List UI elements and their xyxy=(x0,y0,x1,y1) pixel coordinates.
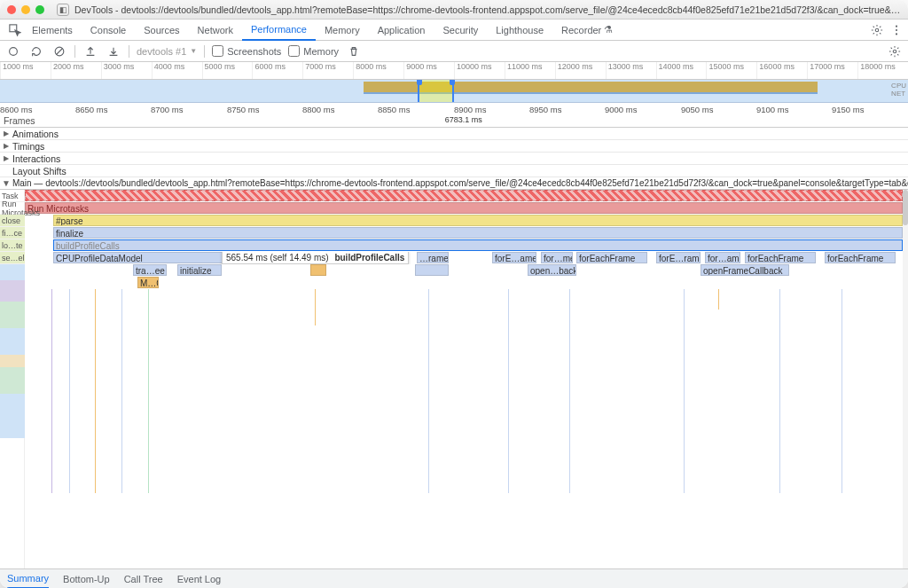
reload-record-button[interactable] xyxy=(28,43,44,59)
flame-block-orange[interactable] xyxy=(310,264,326,276)
tab-sources[interactable]: Sources xyxy=(135,20,188,41)
load-profile-button[interactable] xyxy=(82,43,98,59)
svg-point-4 xyxy=(896,33,897,35)
flame-block[interactable]: openFrameCallback xyxy=(701,264,789,276)
svg-point-5 xyxy=(10,47,18,55)
flame-parse[interactable]: #parse xyxy=(53,215,903,226)
tab-lighthouse[interactable]: Lighthouse xyxy=(487,20,552,41)
tab-recorder[interactable]: Recorder ⚗ xyxy=(552,20,622,41)
ruler-tick: 11000 ms xyxy=(505,62,555,79)
tooltip-function: buildProfileCalls xyxy=(334,253,404,263)
tab-memory[interactable]: Memory xyxy=(316,20,369,41)
flame-block[interactable]: open…back xyxy=(528,264,576,276)
tracks-section: ▶Animations ▶Timings ▶Interactions Layou… xyxy=(0,128,908,177)
ruler-tick: 7000 ms xyxy=(302,62,353,79)
record-button[interactable] xyxy=(5,43,21,59)
main-thread-header[interactable]: ▼ Main — devtools://devtools/bundled/dev… xyxy=(0,177,908,190)
panel-tabbar: Elements Console Sources Network Perform… xyxy=(0,20,908,41)
performance-toolbar: devtools #1 ▼ Screenshots Memory xyxy=(0,41,908,62)
selection-handle-left[interactable] xyxy=(417,80,422,85)
track-label: Timings xyxy=(12,141,44,152)
tab-event-log[interactable]: Event Log xyxy=(177,569,222,589)
tab-security[interactable]: Security xyxy=(434,20,487,41)
toolbar-divider xyxy=(74,45,75,58)
tab-bottom-up[interactable]: Bottom-Up xyxy=(63,569,110,589)
profile-select-label: devtools #1 xyxy=(137,46,186,57)
traffic-lights xyxy=(7,5,44,14)
chevron-down-icon: ▼ xyxy=(2,178,11,188)
collect-garbage-button[interactable] xyxy=(346,43,362,59)
track-layout-shifts[interactable]: Layout Shifts xyxy=(0,165,908,177)
experiment-icon: ⚗ xyxy=(604,24,613,35)
ruler-tick: 9150 ms xyxy=(832,105,864,114)
flame-block[interactable]: tra…ee xyxy=(133,264,167,276)
chevron-right-icon: ▶ xyxy=(4,129,9,137)
tooltip-timing: 565.54 ms (self 14.49 ms) xyxy=(226,253,329,263)
track-timings[interactable]: ▶Timings xyxy=(0,140,908,153)
flame-tooltip: 565.54 ms (self 14.49 ms) buildProfileCa… xyxy=(222,252,409,264)
flame-run-microtasks[interactable]: Run Microtasks xyxy=(25,202,903,214)
ruler-tick: 14000 ms xyxy=(656,62,707,79)
ruler-tick: 8600 ms xyxy=(0,105,32,114)
toolbar-divider xyxy=(204,45,205,58)
capture-settings-gear-icon[interactable] xyxy=(887,43,903,59)
flame-task[interactable] xyxy=(25,190,903,201)
tab-summary[interactable]: Summary xyxy=(7,569,49,589)
overview-strip[interactable]: CPU NET xyxy=(0,80,908,103)
svg-point-1 xyxy=(875,28,879,32)
svg-point-3 xyxy=(896,28,897,30)
flame-block[interactable]: forE…ame xyxy=(492,252,536,263)
flame-finalize[interactable]: finalize xyxy=(53,227,903,239)
tab-elements[interactable]: Elements xyxy=(23,20,82,41)
window-titlebar: ◧ DevTools - devtools://devtools/bundled… xyxy=(0,0,908,20)
flame-block[interactable] xyxy=(415,264,449,276)
tab-console[interactable]: Console xyxy=(82,20,135,41)
svg-point-2 xyxy=(896,25,897,27)
memory-checkbox[interactable]: Memory xyxy=(288,45,339,57)
cpu-label: CPU xyxy=(891,82,906,90)
profile-select[interactable]: devtools #1 ▼ xyxy=(137,46,197,57)
close-window-icon[interactable] xyxy=(7,5,16,14)
ruler-tick: 12000 ms xyxy=(555,62,606,79)
flame-chart[interactable]: Run Microtasks #parse finalize buildProf… xyxy=(0,190,908,568)
settings-gear-icon[interactable] xyxy=(869,22,885,38)
tab-call-tree[interactable]: Call Tree xyxy=(124,569,163,589)
flame-block[interactable]: M…C xyxy=(137,277,159,288)
flame-block[interactable]: forEachFrame xyxy=(825,252,896,263)
frames-track-label: Frames xyxy=(4,115,35,126)
flame-block[interactable]: for…ame xyxy=(705,252,740,263)
flame-block[interactable]: for…me xyxy=(541,252,573,263)
detail-ruler[interactable]: 8600 ms 8650 ms 8700 ms 8750 ms 8800 ms … xyxy=(0,103,908,128)
tab-application[interactable]: Application xyxy=(369,20,434,41)
ruler-tick: 13000 ms xyxy=(606,62,656,79)
flame-block[interactable]: forEachFrame xyxy=(745,252,816,263)
tab-network[interactable]: Network xyxy=(189,20,242,41)
tab-performance[interactable]: Performance xyxy=(242,20,316,41)
ruler-tick: 15000 ms xyxy=(706,62,756,79)
inspect-element-icon[interactable] xyxy=(7,22,23,38)
gutter-label: lo…te xyxy=(0,239,25,252)
overview-ruler[interactable]: 1000 ms 2000 ms 3000 ms 4000 ms 5000 ms … xyxy=(0,62,908,80)
flame-block[interactable]: initialize xyxy=(177,264,222,276)
flame-block[interactable]: …rame xyxy=(417,252,449,263)
more-menu-icon[interactable] xyxy=(888,22,904,38)
ruler-tick: 8850 ms xyxy=(378,105,410,114)
ruler-tick: 8000 ms xyxy=(353,62,403,79)
memory-label: Memory xyxy=(303,46,339,57)
maximize-window-icon[interactable] xyxy=(35,5,44,14)
screenshots-checkbox[interactable]: Screenshots xyxy=(212,45,281,57)
minimize-window-icon[interactable] xyxy=(21,5,30,14)
flame-block[interactable]: forEachFrame xyxy=(576,252,647,263)
main-thread-label: Main — devtools://devtools/bundled/devto… xyxy=(12,178,908,188)
ruler-tick: 8700 ms xyxy=(151,105,183,114)
save-profile-button[interactable] xyxy=(106,43,121,59)
flame-block[interactable]: forE…rame xyxy=(656,252,701,263)
track-animations[interactable]: ▶Animations xyxy=(0,128,908,140)
tab-recorder-label: Recorder xyxy=(561,25,601,35)
track-interactions[interactable]: ▶Interactions xyxy=(0,153,908,165)
overview-selection[interactable] xyxy=(418,80,454,102)
flame-buildprofilecalls-selected[interactable]: buildProfileCalls xyxy=(53,239,903,251)
clear-button[interactable] xyxy=(51,43,67,59)
ruler-tick: 10000 ms xyxy=(454,62,505,79)
selection-handle-right[interactable] xyxy=(450,80,455,85)
